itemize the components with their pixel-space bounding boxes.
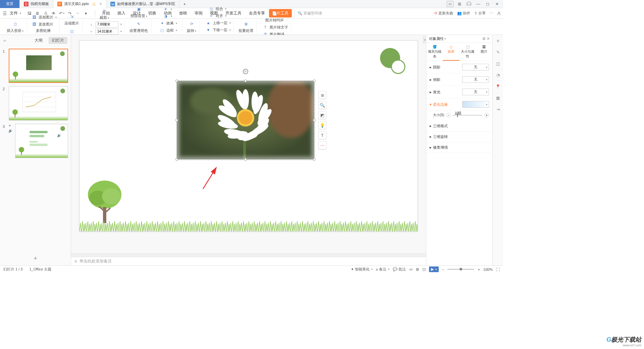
glow-section[interactable]: ▸发光无▾: [426, 86, 492, 98]
view-normal-icon[interactable]: ▭: [409, 267, 413, 271]
zoom-slider[interactable]: [447, 269, 474, 270]
pp-tab-size[interactable]: ⬚大小与属性: [460, 43, 476, 61]
slide-thumb-3[interactable]: 🔊: [15, 124, 68, 158]
ri-style-icon[interactable]: ✎: [495, 49, 501, 56]
collab[interactable]: 👥协作: [457, 11, 470, 16]
reflection-select[interactable]: 无▾: [462, 76, 489, 83]
notes-bar[interactable]: ≡ 单击此处添加备注: [71, 257, 426, 265]
effects-button[interactable]: ✦效果▾: [158, 20, 178, 27]
apps-icon[interactable]: ⊞: [456, 1, 463, 7]
bring-forward-button[interactable]: ▲上移一层▾: [205, 19, 231, 26]
menu-icon[interactable]: ☰: [3, 11, 7, 16]
menu-review[interactable]: 审阅: [191, 9, 206, 17]
maximize-icon[interactable]: ◻: [484, 1, 491, 7]
shadow-select[interactable]: 无▾: [462, 64, 489, 70]
outline-tab[interactable]: 大纲: [31, 37, 46, 44]
tab-home[interactable]: 首页: [0, 0, 20, 8]
popout-icon[interactable]: ⧉: [483, 37, 485, 41]
zoom-in-icon[interactable]: +: [478, 267, 480, 271]
change-image-button[interactable]: 🖼更改图片: [31, 21, 57, 28]
brightness-button[interactable]: ☀▾: [162, 6, 173, 12]
insert-shape-button[interactable]: ◻插入形状▾: [5, 19, 25, 34]
tab-add[interactable]: +: [179, 0, 190, 8]
resize-handle-ne[interactable]: [313, 80, 316, 82]
to-pdf-button[interactable]: 📄图片转PDF: [264, 9, 285, 23]
selected-image[interactable]: ⟳: [177, 81, 314, 159]
align-button[interactable]: ≡对齐▾: [208, 12, 227, 19]
view-sorter-icon[interactable]: ⊞: [416, 267, 419, 271]
slide-canvas[interactable]: ⟳ ≣ 🔍 ◩ 💡 T ⋯: [79, 40, 418, 232]
collapse-panel-icon[interactable]: ‹‹: [3, 38, 6, 43]
ri-layout-icon[interactable]: ◫: [495, 60, 501, 67]
resize-handle-w[interactable]: [175, 119, 178, 121]
pp-tab-image[interactable]: 🖼图片: [476, 43, 492, 61]
resize-handle-se[interactable]: [313, 158, 316, 161]
multi-rotate-button[interactable]: 多图轮播: [35, 28, 55, 34]
ri-toolbox-icon[interactable]: ≡: [495, 38, 501, 44]
more-icon[interactable]: ▾: [83, 10, 89, 16]
close-panel-icon[interactable]: ✕: [487, 37, 490, 41]
resize-handle-n[interactable]: [244, 80, 247, 82]
remove-bg-button[interactable]: ▣抠除背景▾: [129, 5, 149, 19]
resize-handle-s[interactable]: [244, 158, 247, 161]
idea-button[interactable]: 💡: [318, 121, 326, 129]
file-menu[interactable]: 文件▾: [8, 10, 23, 17]
repair-section[interactable]: ▸修复增强: [426, 142, 492, 153]
glow-select[interactable]: 无▾: [462, 89, 489, 95]
pp-tab-effects[interactable]: ◻效果: [443, 43, 459, 61]
ri-export-icon[interactable]: ⇥: [495, 106, 501, 113]
width-field[interactable]: [96, 29, 118, 35]
close-icon[interactable]: ✕: [99, 2, 102, 6]
search-box[interactable]: 🔍 穿越型环绕: [294, 10, 325, 16]
size-slider[interactable]: [453, 115, 482, 116]
rotate-handle[interactable]: ⟳: [243, 69, 248, 74]
pp-tab-fill[interactable]: 🪣填充与线条: [426, 43, 443, 61]
border-button[interactable]: ▢边框▾: [158, 27, 178, 34]
add-slide-button[interactable]: +: [0, 252, 71, 265]
beautify-button[interactable]: ✦智能美化▾: [351, 267, 373, 272]
thumb-row[interactable]: 2: [3, 86, 68, 120]
transparent-color-button[interactable]: ✎设置透明色: [128, 19, 149, 34]
comments-button[interactable]: 💬批注: [393, 267, 406, 272]
fit-icon[interactable]: ⛶: [496, 267, 500, 271]
zoom-out-icon[interactable]: −: [442, 267, 444, 271]
reflection-section[interactable]: ▸倒影无▾: [426, 73, 492, 86]
thumb-row[interactable]: 3 ✦🔊 🔊: [3, 124, 68, 158]
crop-button[interactable]: ✂裁剪▾: [98, 6, 110, 21]
resize-handle-nw[interactable]: [175, 80, 178, 82]
more-button[interactable]: ⋯: [318, 141, 326, 149]
slide-thumb-2[interactable]: [9, 86, 68, 120]
plus-icon[interactable]: +: [484, 113, 489, 117]
shadow-section[interactable]: ▸阴影无▾: [426, 61, 492, 73]
notes-button[interactable]: ≡备注▾: [376, 267, 389, 272]
menu-slideshow[interactable]: 放映: [176, 9, 191, 17]
h-scrollbar[interactable]: [71, 253, 426, 257]
slides-tab[interactable]: 幻灯片: [49, 37, 67, 44]
zoom-value[interactable]: 100%: [483, 267, 493, 271]
stats-icon[interactable]: 21: [447, 1, 453, 7]
tab-templates[interactable]: D 找稻壳模板: [20, 0, 53, 8]
softedge-section[interactable]: ▾柔化边缘▾: [426, 98, 492, 111]
combine-button[interactable]: ◫组合▾: [208, 5, 227, 12]
send-backward-button[interactable]: ▼下移一层▾: [205, 27, 231, 33]
height-field[interactable]: [96, 21, 118, 28]
text-button[interactable]: T: [318, 131, 326, 139]
width-input[interactable]: ↔▾: [88, 28, 122, 35]
rotate-button[interactable]: ⟳旋转▾: [185, 19, 198, 34]
threed-format-section[interactable]: ▸三维格式: [426, 121, 492, 132]
update-fail[interactable]: ⟳更新失败: [434, 11, 453, 16]
slideshow-button[interactable]: ▶▾: [429, 266, 439, 272]
view-reading-icon[interactable]: ◫: [422, 267, 426, 271]
minus-icon[interactable]: −: [446, 113, 451, 117]
zoom-button[interactable]: 🔍: [318, 101, 326, 109]
crop-button[interactable]: ◩: [318, 111, 326, 119]
more-menu[interactable]: ⋯: [490, 11, 493, 15]
height-input[interactable]: ↕▾: [88, 21, 122, 28]
ri-pin-icon[interactable]: 📍: [495, 83, 501, 90]
layers-button[interactable]: ≣: [318, 91, 326, 99]
compress-button[interactable]: ⇲压缩图片: [63, 12, 80, 27]
minimize-icon[interactable]: —: [475, 1, 482, 7]
ri-clip-icon[interactable]: ◔: [495, 72, 501, 79]
close-icon[interactable]: ✕: [494, 1, 500, 7]
threed-rotate-section[interactable]: ▸三维旋转: [426, 132, 492, 142]
